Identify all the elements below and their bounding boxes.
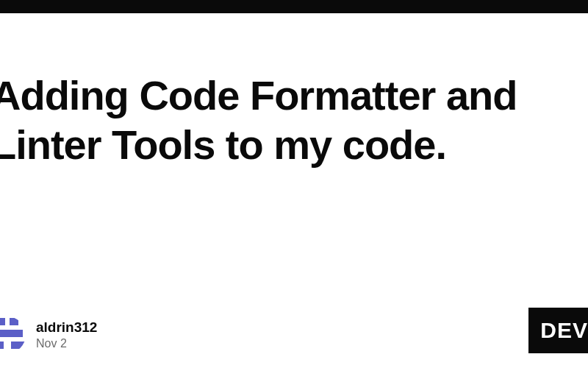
dev-badge[interactable]: DEV [528, 308, 588, 353]
avatar[interactable] [0, 316, 26, 353]
post-title: Adding Code Formatter and Linter Tools t… [0, 71, 588, 169]
content-area: Adding Code Formatter and Linter Tools t… [0, 71, 588, 169]
author-section: aldrin312 Nov 2 [0, 316, 97, 353]
avatar-pattern-icon [0, 316, 26, 353]
author-username[interactable]: aldrin312 [36, 319, 97, 336]
post-date: Nov 2 [36, 337, 97, 350]
author-info: aldrin312 Nov 2 [36, 319, 97, 350]
top-bar [0, 0, 588, 13]
